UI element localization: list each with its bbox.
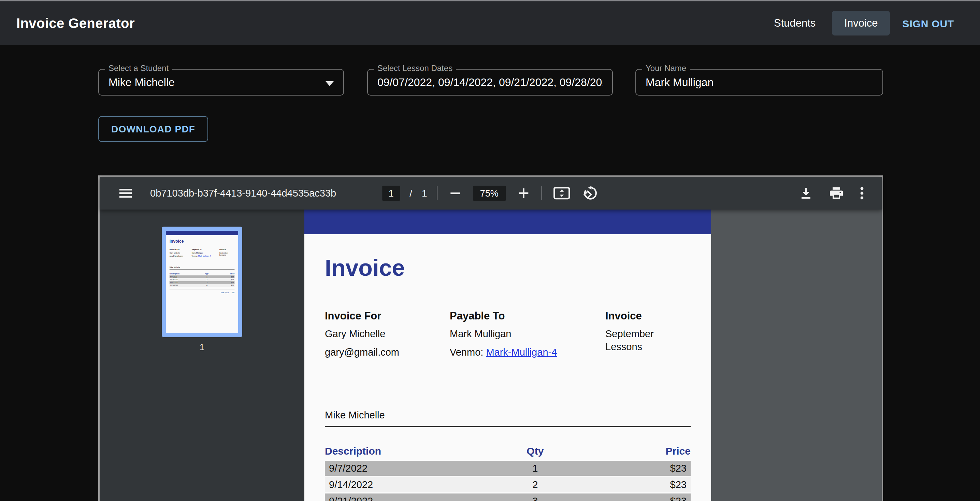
payable-to-name: Mark Mulligan: [192, 252, 220, 254]
fit-to-page-icon[interactable]: [551, 184, 572, 202]
pdf-page-slot: Invoice Invoice For Gary Michelle gary@g…: [304, 210, 882, 501]
col-header-description: Description: [170, 273, 200, 275]
invoice-info-columns: Invoice For Gary Michelle gary@gmail.com…: [325, 310, 690, 359]
col-header-price: Price: [574, 445, 690, 456]
total-row: Total Price $92: [170, 291, 235, 294]
payable-to-column: Payable To Mark Mulligan Venmo: Mark-Mul…: [192, 248, 220, 257]
invoice-for-email: gary@gmail.com: [170, 255, 192, 257]
invoice-content: Invoice Invoice For Gary Michelle gary@g…: [304, 254, 711, 501]
invoice-table-cell: 9/14/2022: [325, 479, 497, 490]
invoice-info-heading: Invoice: [220, 248, 234, 250]
invoice-for-heading: Invoice For: [325, 310, 450, 322]
page-thumbnail-preview: Invoice Invoice For Gary Michelle gary@g…: [166, 231, 238, 333]
pdf-page-area: Invoice Invoice For Gary Michelle gary@g…: [304, 210, 882, 501]
invoice-table-row: 9/21/20223$23: [325, 493, 690, 501]
invoice-table-cell: $23: [213, 285, 234, 287]
invoice-table-cell: $23: [213, 279, 234, 281]
invoice-table-cell: 1: [497, 463, 574, 474]
invoice-table-cell: $23: [574, 463, 690, 474]
invoice-table-row: 9/21/20223$23: [170, 281, 235, 284]
page-number-input[interactable]: [382, 186, 400, 201]
invoice-table-row: 9/14/20222$23: [170, 278, 235, 281]
col-header-qty: Qty: [200, 273, 213, 275]
invoice-table-rows: 9/7/20221$239/14/20222$239/21/20223$239/…: [170, 275, 235, 287]
invoice-table-cell: 9/21/2022: [170, 282, 200, 284]
invoice-content: Invoice Invoice For Gary Michelle gary@g…: [166, 239, 238, 293]
pdf-toolbar-left: 0b7103db-b37f-4413-9140-44d4535ac33b: [100, 177, 336, 210]
invoice-header-bar: [166, 231, 238, 235]
venmo-line: Venmo: Mark-Mulligan-4: [450, 346, 605, 359]
lesson-dates-field: Select Lesson Dates: [367, 69, 613, 95]
student-select-label: Select a Student: [105, 64, 172, 73]
your-name-input[interactable]: [636, 70, 882, 95]
lesson-dates-label: Select Lesson Dates: [374, 64, 456, 73]
invoice-table-cell: 9/28/2022: [170, 285, 200, 287]
pdf-toolbar: 0b7103db-b37f-4413-9140-44d4535ac33b / 1…: [100, 177, 882, 210]
invoice-for-email: gary@gmail.com: [325, 346, 450, 359]
your-name-field: Your Name: [635, 69, 883, 95]
page: Invoice Generator Students Invoice SIGN …: [0, 0, 980, 501]
invoice-table-row: 9/28/20224$23: [170, 284, 235, 287]
payable-to-column: Payable To Mark Mulligan Venmo: Mark-Mul…: [450, 310, 605, 359]
pdf-viewer: 0b7103db-b37f-4413-9140-44d4535ac33b / 1…: [98, 175, 883, 501]
invoice-table-cell: 9/7/2022: [170, 276, 200, 278]
invoice-for-name: Gary Michelle: [325, 328, 450, 340]
payable-to-heading: Payable To: [192, 248, 220, 250]
thumbnail-page-number: 1: [100, 342, 304, 352]
zoom-out-icon[interactable]: [447, 185, 463, 201]
invoice-info-heading: Invoice: [605, 310, 690, 322]
invoice-header-bar: [304, 210, 711, 234]
invoice-table-cell: 4: [200, 285, 213, 287]
invoice-table-rows: 9/7/20221$239/14/20222$239/21/20223$239/…: [325, 461, 690, 501]
pdf-document-title: 0b7103db-b37f-4413-9140-44d4535ac33b: [150, 188, 336, 199]
invoice-table-header: Description Qty Price: [325, 445, 690, 456]
more-options-icon[interactable]: [859, 185, 865, 201]
nav-students-button[interactable]: Students: [767, 12, 822, 35]
invoice-info-column: Invoice September Lessons: [220, 248, 234, 257]
download-pdf-button[interactable]: DOWNLOAD PDF: [98, 116, 208, 142]
student-select[interactable]: Select a Student Mike Michelle: [98, 69, 344, 95]
student-divider: [325, 426, 690, 427]
student-select-value: Mike Michelle: [99, 70, 343, 95]
venmo-prefix: Venmo:: [192, 255, 198, 257]
invoice-table-cell: 3: [200, 282, 213, 284]
toolbar-divider: [541, 186, 542, 200]
payable-to-name: Mark Mulligan: [450, 328, 605, 340]
nav-invoice-button[interactable]: Invoice: [832, 11, 890, 35]
student-divider: [170, 269, 235, 270]
col-header-description: Description: [325, 445, 497, 456]
print-icon[interactable]: [828, 185, 845, 201]
invoice-table-cell: 1: [200, 276, 213, 278]
invoice-info-period: September Lessons: [220, 252, 234, 257]
page-separator: /: [409, 188, 412, 199]
total-label: Total Price: [220, 291, 229, 294]
chevron-down-icon: [326, 81, 334, 86]
venmo-prefix: Venmo:: [450, 347, 486, 358]
zoom-level[interactable]: 75%: [473, 186, 506, 201]
menu-icon[interactable]: [118, 185, 134, 201]
invoice-table-cell: 9/7/2022: [325, 463, 497, 474]
invoice-for-column: Invoice For Gary Michelle gary@gmail.com: [170, 248, 192, 257]
rotate-counterclockwise-icon[interactable]: [581, 184, 599, 202]
pdf-toolbar-right: [798, 177, 882, 210]
invoice-title: Invoice: [170, 239, 235, 243]
invoice-table-cell: $23: [213, 282, 234, 284]
invoice-table-cell: $23: [574, 496, 690, 501]
venmo-link[interactable]: Mark-Mulligan-4: [486, 347, 557, 358]
sign-out-button[interactable]: SIGN OUT: [900, 12, 957, 35]
download-icon[interactable]: [798, 185, 814, 201]
venmo-link[interactable]: Mark-Mulligan-4: [198, 255, 211, 257]
invoice-table-header: Description Qty Price: [170, 273, 235, 275]
total-value: $92: [232, 291, 235, 294]
zoom-in-icon[interactable]: [515, 185, 531, 201]
invoice-document: Invoice Invoice For Gary Michelle gary@g…: [304, 210, 711, 501]
page-count: 1: [422, 188, 427, 199]
invoice-table-cell: $23: [213, 276, 234, 278]
thumbnail-panel: Invoice Invoice For Gary Michelle gary@g…: [100, 210, 304, 501]
lesson-dates-input[interactable]: [368, 70, 612, 95]
invoice-table-row: 9/7/20221$23: [325, 461, 690, 476]
student-name-label: Mike Michelle: [170, 266, 235, 268]
invoice-info-period: September Lessons: [605, 328, 690, 353]
page-thumbnail[interactable]: Invoice Invoice For Gary Michelle gary@g…: [162, 227, 242, 337]
pdf-body: Invoice Invoice For Gary Michelle gary@g…: [100, 210, 882, 501]
